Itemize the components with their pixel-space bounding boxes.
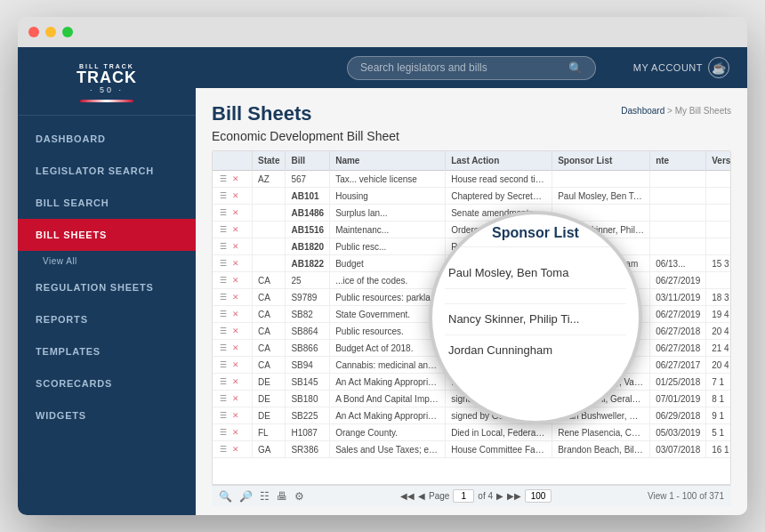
pagination-nav-prev[interactable]: ◀: [418, 491, 425, 501]
row-last-action: From committee with a...: [446, 272, 552, 289]
row-last-action: Re-referred to Com. on...: [446, 238, 552, 255]
row-close-icon[interactable]: ✕: [230, 376, 241, 387]
zoom-in-icon[interactable]: 🔍: [219, 490, 232, 503]
settings-icon[interactable]: ⚙: [294, 490, 304, 503]
row-name: Budget: [330, 255, 446, 272]
row-close-icon[interactable]: ✕: [230, 343, 241, 353]
row-close-icon[interactable]: ✕: [230, 309, 241, 319]
row-actions: ☰ ✕: [213, 238, 253, 255]
row-menu-icon[interactable]: ☰: [218, 410, 229, 421]
row-menu-icon[interactable]: ☰: [218, 343, 229, 353]
sidebar-item-bill-sheets[interactable]: BILL SHEETS: [18, 219, 196, 251]
sidebar-subitem-view-all[interactable]: View All: [18, 251, 196, 271]
row-menu-icon[interactable]: ☰: [218, 359, 229, 370]
row-close-icon[interactable]: ✕: [230, 275, 241, 286]
row-close-icon[interactable]: ✕: [230, 410, 241, 421]
row-bill[interactable]: AB101: [286, 188, 330, 205]
table-row: ☰ ✕ AB101 Housing Chaptered by Secretar.…: [213, 188, 731, 205]
browser-window: BILL TRACK TRACK · 50 · DASHBOARD LEGISL…: [18, 17, 747, 515]
row-close-icon[interactable]: ✕: [230, 258, 241, 269]
row-close-icon[interactable]: ✕: [230, 241, 241, 252]
sidebar-item-reports[interactable]: REPORTS: [18, 303, 196, 335]
row-version: 8 1: [706, 391, 731, 407]
row-bill[interactable]: H1087: [286, 424, 330, 441]
row-menu-icon[interactable]: ☰: [218, 190, 229, 201]
sidebar-item-bill-search[interactable]: BILL SEARCH: [18, 187, 196, 219]
row-bill[interactable]: SB145: [286, 374, 330, 391]
row-close-icon[interactable]: ✕: [230, 292, 241, 302]
row-menu-icon[interactable]: ☰: [218, 309, 229, 319]
row-close-icon[interactable]: ✕: [230, 444, 241, 455]
row-menu-icon[interactable]: ☰: [218, 275, 229, 286]
sidebar-item-templates[interactable]: TEMPLATES: [18, 335, 196, 367]
topbar: 🔍 MY ACCOUNT ☕: [196, 47, 747, 88]
row-menu-icon[interactable]: ☰: [218, 173, 229, 184]
search-bar[interactable]: 🔍: [347, 56, 596, 80]
zoom-out-icon[interactable]: 🔎: [239, 490, 253, 503]
row-close-icon[interactable]: ✕: [230, 427, 241, 438]
row-bill[interactable]: SB864: [286, 323, 330, 340]
row-menu-icon[interactable]: ☰: [218, 326, 229, 336]
row-bill[interactable]: SB82: [286, 306, 330, 323]
row-bill[interactable]: SB180: [286, 391, 330, 407]
row-bill[interactable]: 25: [286, 272, 330, 289]
row-bill[interactable]: AB1486: [286, 205, 330, 222]
grid-icon[interactable]: ☷: [260, 490, 270, 503]
col-state: State: [253, 151, 286, 171]
row-nte: 06/29/2018: [650, 407, 706, 424]
sidebar-item-dashboard[interactable]: DASHBOARD: [18, 123, 196, 155]
row-version: 16 1: [706, 441, 731, 458]
sidebar-item-regulation-sheets[interactable]: REGULATION SHEETS: [18, 271, 196, 303]
row-last-action: signed by Governor: [446, 391, 552, 407]
row-bill[interactable]: S9789: [286, 289, 330, 306]
per-page-input[interactable]: [525, 489, 552, 503]
row-sponsor: Jordan Cunningham: [552, 255, 650, 272]
account-button[interactable]: MY ACCOUNT ☕: [633, 57, 729, 78]
minimize-button[interactable]: [45, 27, 56, 37]
row-name: Orange County.: [330, 424, 446, 441]
search-input[interactable]: [360, 61, 561, 74]
page-number-input[interactable]: [453, 489, 474, 503]
row-bill[interactable]: AB1820: [286, 238, 330, 255]
row-close-icon[interactable]: ✕: [230, 393, 241, 404]
row-close-icon[interactable]: ✕: [230, 224, 241, 235]
breadcrumb-home[interactable]: Dashboard: [621, 106, 664, 116]
row-bill[interactable]: AB1516: [286, 222, 330, 238]
sidebar-item-scorecards[interactable]: SCORECARDS: [18, 367, 196, 399]
row-menu-icon[interactable]: ☰: [218, 292, 229, 302]
row-menu-icon[interactable]: ☰: [218, 207, 229, 218]
maximize-button[interactable]: [62, 27, 73, 37]
search-icon[interactable]: 🔍: [568, 61, 583, 75]
pagination-nav-last[interactable]: ▶▶: [507, 491, 521, 501]
row-last-action: Ordered to inactive file...: [446, 222, 552, 238]
row-close-icon[interactable]: ✕: [230, 326, 241, 336]
pagination-nav-first[interactable]: ◀◀: [400, 491, 415, 501]
print-icon[interactable]: 🖶: [277, 490, 287, 503]
row-close-icon[interactable]: ✕: [230, 190, 241, 201]
row-close-icon[interactable]: ✕: [230, 359, 241, 370]
pagination-nav-next[interactable]: ▶: [496, 491, 503, 501]
sidebar-item-widgets[interactable]: WIDGETS: [18, 399, 196, 431]
row-menu-icon[interactable]: ☰: [218, 427, 229, 438]
row-name: Budget Act of 2018.: [330, 340, 446, 357]
row-actions: ☰ ✕: [213, 205, 253, 222]
row-menu-icon[interactable]: ☰: [218, 241, 229, 252]
row-bill[interactable]: 567: [286, 171, 330, 188]
row-close-icon[interactable]: ✕: [230, 173, 241, 184]
sidebar-item-legislator-search[interactable]: LEGISLATOR SEARCH: [18, 155, 196, 187]
row-close-icon[interactable]: ✕: [230, 207, 241, 218]
row-name: Tax... vehicle license: [330, 171, 446, 188]
row-bill[interactable]: SB866: [286, 340, 330, 357]
row-menu-icon[interactable]: ☰: [218, 393, 229, 404]
row-bill[interactable]: AB1822: [286, 255, 330, 272]
row-bill[interactable]: SR386: [286, 441, 330, 458]
row-menu-icon[interactable]: ☰: [218, 258, 229, 269]
row-bill[interactable]: SB225: [286, 407, 330, 424]
row-menu-icon[interactable]: ☰: [218, 444, 229, 455]
row-menu-icon[interactable]: ☰: [218, 224, 229, 235]
close-button[interactable]: [28, 27, 39, 37]
table-row: ☰ ✕ CA SB94 Cannabis: medicinal and adul…: [213, 357, 731, 374]
row-state: CA: [253, 340, 286, 357]
row-bill[interactable]: SB94: [286, 357, 330, 374]
row-menu-icon[interactable]: ☰: [218, 376, 229, 387]
